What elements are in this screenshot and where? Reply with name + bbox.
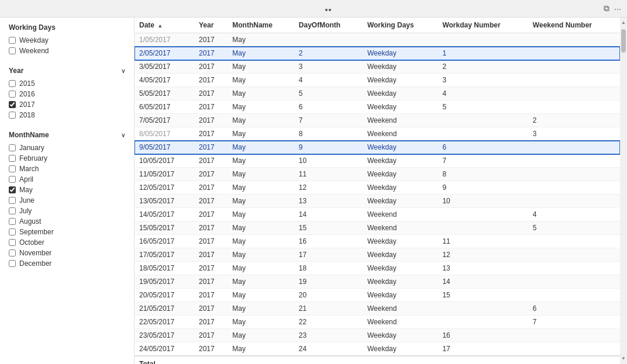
table-cell: 22/05/2017 <box>135 316 194 329</box>
table-cell: May <box>228 87 294 100</box>
monthname-chevron-icon[interactable]: ∨ <box>121 132 125 138</box>
col-dayofmonth-label: DayOfMonth <box>299 21 340 29</box>
table-cell: 6 <box>294 100 363 114</box>
table-cell: May <box>228 329 294 342</box>
table-cell: 1 <box>437 47 528 60</box>
col-date[interactable]: Date ▲ <box>135 18 194 33</box>
table-cell: 2017 <box>194 342 228 356</box>
scroll-thumb[interactable] <box>621 29 626 53</box>
month-february-checkbox[interactable] <box>9 155 16 162</box>
month-november-item[interactable]: November <box>9 249 125 257</box>
year-chevron-icon[interactable]: ∨ <box>121 68 125 74</box>
window-icon[interactable]: ⧉ <box>604 4 609 13</box>
weekday-checkbox[interactable] <box>9 37 16 44</box>
month-june-checkbox[interactable] <box>9 197 16 204</box>
year-title[interactable]: Year ∨ <box>9 67 125 75</box>
year-2018-item[interactable]: 2018 <box>9 111 125 119</box>
right-scrollbar[interactable]: ▲ ▼ <box>620 18 627 364</box>
year-2017-item[interactable]: 2017 <box>9 100 125 109</box>
month-september-item[interactable]: September <box>9 228 125 236</box>
weekend-checkbox[interactable] <box>9 47 16 54</box>
month-october-item[interactable]: October <box>9 238 125 247</box>
table-cell: May <box>228 127 294 141</box>
more-icon[interactable]: ··· <box>614 4 621 13</box>
weekend-filter-item[interactable]: Weekend <box>9 47 125 55</box>
table-cell: 11 <box>294 168 363 181</box>
month-october-checkbox[interactable] <box>9 239 16 246</box>
month-may-checkbox[interactable] <box>9 186 16 193</box>
table-cell: 12/05/2017 <box>135 181 194 195</box>
col-monthname[interactable]: MonthName <box>228 18 294 33</box>
sidebar: Working Days Weekday Weekend Year ∨ <box>0 18 135 364</box>
month-may-item[interactable]: May <box>9 186 125 194</box>
table-cell: 5 <box>528 221 620 235</box>
month-august-item[interactable]: August <box>9 217 125 226</box>
year-2016-checkbox[interactable] <box>9 91 16 98</box>
scroll-down-arrow[interactable]: ▼ <box>621 355 626 363</box>
year-2017-checkbox[interactable] <box>9 101 16 108</box>
total-label: Total <box>135 356 620 364</box>
title-bar-dots <box>325 5 332 13</box>
table-cell: 1/05/2017 <box>135 33 194 47</box>
table-cell <box>528 181 620 195</box>
table-cell: May <box>228 316 294 329</box>
col-workday-number[interactable]: Workday Number <box>437 18 528 33</box>
table-cell: May <box>228 275 294 289</box>
month-april-checkbox[interactable] <box>9 176 16 183</box>
month-july-item[interactable]: July <box>9 207 125 215</box>
table-cell: May <box>228 181 294 195</box>
col-dayofmonth[interactable]: DayOfMonth <box>294 18 363 33</box>
month-march-checkbox[interactable] <box>9 165 16 172</box>
col-weekend-number[interactable]: Weekend Number <box>528 18 620 33</box>
table-cell <box>528 33 620 47</box>
table-cell <box>363 33 438 47</box>
month-december-item[interactable]: December <box>9 259 125 268</box>
month-january-item[interactable]: January <box>9 144 125 152</box>
table-cell: 7 <box>437 154 528 168</box>
monthname-title[interactable]: MonthName ∨ <box>9 131 125 139</box>
table-cell: Weekend <box>363 208 438 221</box>
month-january-checkbox[interactable] <box>9 144 16 151</box>
table-cell: Weekday <box>363 329 438 342</box>
table-cell: 3/05/2017 <box>135 60 194 74</box>
table-cell: 2017 <box>194 329 228 342</box>
month-june-item[interactable]: June <box>9 196 125 204</box>
month-february-item[interactable]: February <box>9 154 125 162</box>
table-wrapper[interactable]: Date ▲ Year MonthName DayOfMonth <box>135 18 620 364</box>
scroll-up-arrow[interactable]: ▲ <box>621 19 626 27</box>
table-cell: 16 <box>294 235 363 248</box>
weekday-filter-item[interactable]: Weekday <box>9 36 125 44</box>
table-row: 7/05/20172017May7Weekend2 <box>135 114 620 127</box>
month-december-checkbox[interactable] <box>9 260 16 267</box>
month-september-checkbox[interactable] <box>9 228 16 235</box>
month-july-checkbox[interactable] <box>9 207 16 214</box>
app-window: ⧉ ··· Working Days Weekday Weekend <box>0 0 627 364</box>
table-cell: Weekday <box>363 248 438 262</box>
year-2015-item[interactable]: 2015 <box>9 79 125 88</box>
table-cell: 2017 <box>194 316 228 329</box>
month-april-item[interactable]: April <box>9 175 125 183</box>
table-cell: 18/05/2017 <box>135 262 194 275</box>
month-november-checkbox[interactable] <box>9 249 16 256</box>
year-2015-label: 2015 <box>19 79 35 88</box>
table-cell: May <box>228 262 294 275</box>
table-cell: 5/05/2017 <box>135 87 194 100</box>
table-cell: 2 <box>528 114 620 127</box>
table-cell: 2017 <box>194 248 228 262</box>
table-cell: 10 <box>294 154 363 168</box>
table-cell <box>528 195 620 208</box>
table-cell: May <box>228 195 294 208</box>
year-2018-checkbox[interactable] <box>9 112 16 119</box>
table-row: 24/05/20172017May24Weekday17 <box>135 342 620 356</box>
month-august-checkbox[interactable] <box>9 218 16 225</box>
year-2015-checkbox[interactable] <box>9 80 16 87</box>
table-cell: Weekday <box>363 195 438 208</box>
year-2016-item[interactable]: 2016 <box>9 90 125 98</box>
table-cell: 2017 <box>194 74 228 87</box>
col-year[interactable]: Year <box>194 18 228 33</box>
table-cell <box>528 100 620 114</box>
table-cell: 19 <box>294 275 363 289</box>
month-march-item[interactable]: March <box>9 165 125 173</box>
col-working-days[interactable]: Working Days <box>363 18 438 33</box>
col-weekend-number-label: Weekend Number <box>533 21 592 29</box>
